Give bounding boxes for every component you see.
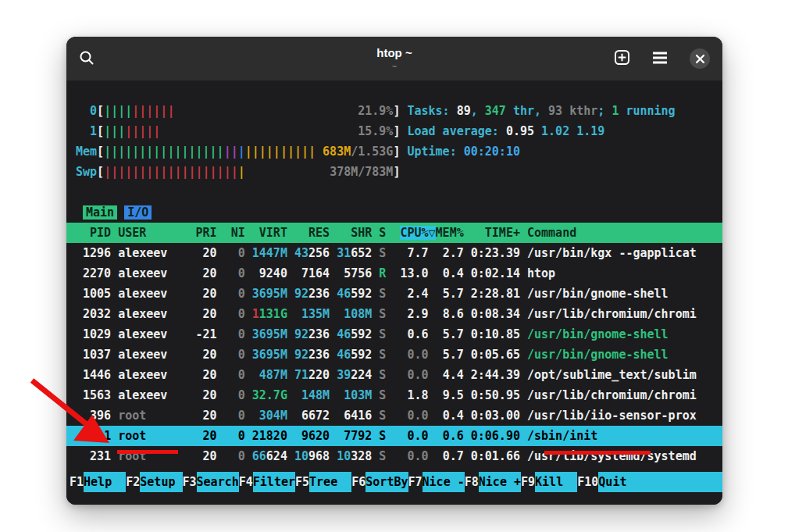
cell-virt: 21820 (252, 429, 287, 443)
cell-cmd: htop (527, 266, 555, 280)
cell-ni: 0 (224, 287, 245, 301)
table-header[interactable]: PID USER PRI NI VIRT RES SHR S CPU%▽MEM%… (66, 223, 722, 243)
column-header-res[interactable]: RES (294, 226, 330, 240)
tab-io[interactable]: I/O (124, 205, 152, 220)
cell-virt: 3695M (252, 327, 287, 341)
fkey-action-search[interactable]: Search (197, 472, 239, 492)
column-header-cmd[interactable]: Command (527, 226, 576, 240)
process-row-1029[interactable]: 1029 alexeev -21 0 3695M 92236 46592 S 0… (66, 324, 722, 345)
process-row-1296[interactable]: 1296 alexeev 20 0 1447M 43256 31652 S 7.… (66, 243, 722, 263)
meter-label: Mem (76, 145, 97, 159)
column-header-user[interactable]: USER (118, 226, 188, 240)
column-header-pri[interactable]: PRI (196, 226, 217, 240)
cell-cmd: /usr/lib/chromium/chromi (527, 307, 697, 321)
meter-label: Swp (76, 165, 97, 179)
fkey-action-kill[interactable]: Kill (535, 472, 577, 492)
cell-cmd: /usr/bin/kgx --gapplicat (527, 246, 697, 260)
search-button[interactable] (76, 47, 98, 71)
cell-ni: 0 (224, 307, 245, 321)
cell-virt: 3695M (252, 348, 287, 362)
meter-bracket-open: [ (97, 124, 104, 138)
process-row-2032[interactable]: 2032 alexeev 20 0 1131G 135M 108M S 2.9 … (66, 304, 722, 324)
cell-res: 71220 (294, 368, 330, 382)
cell-virt: 487M (252, 368, 287, 382)
cell-pri: 20 (196, 388, 217, 402)
fkey-action-filter[interactable]: Filter (253, 472, 295, 492)
fkey-action-nice[interactable]: Nice - (423, 472, 465, 492)
column-header-time[interactable]: TIME+ (471, 226, 520, 240)
cell-shr: 103M (337, 388, 372, 402)
cell-virt: 9240 (252, 266, 287, 280)
meter-value: 15.9% (358, 124, 393, 138)
column-header-ni[interactable]: NI (224, 226, 245, 240)
cell-pri: 20 (196, 287, 217, 301)
menu-button[interactable] (649, 48, 671, 70)
process-row-1005[interactable]: 1005 alexeev 20 0 3695M 92236 46592 S 2.… (66, 284, 722, 304)
meter-bars: |||||||||||||||||||||||||||||| (104, 145, 316, 159)
cell-user: root (118, 429, 188, 443)
process-row-396[interactable]: 396 root 20 0 304M 6672 6416 S 0.0 0.4 0… (66, 405, 722, 426)
close-icon (690, 48, 710, 69)
cell-shr: 46592 (337, 327, 372, 341)
cell-cpu: 0.0 (393, 368, 428, 382)
cell-user: root (118, 409, 188, 423)
process-row-1[interactable]: 1 root 20 0 21820 9620 7792 S 0.0 0.6 0:… (66, 426, 722, 446)
cell-cmd: /opt/sublime_text/sublim (527, 368, 697, 382)
cell-user: root (118, 449, 188, 463)
meter-value: 683M/1.53G (323, 145, 393, 159)
cell-cmd: /usr/bin/gnome-shell (527, 287, 669, 301)
process-row-2270[interactable]: 2270 alexeev 20 0 9240 7164 5756 R 13.0 … (66, 263, 722, 284)
new-tab-button[interactable] (611, 46, 633, 71)
cell-cmd: /usr/bin/gnome-shell (527, 327, 669, 341)
fkey-label-f5: F5 (295, 472, 309, 492)
cell-time: 0:01.66 (471, 449, 520, 463)
cell-shr: 39224 (337, 368, 372, 382)
fkey-action-setup[interactable]: Setup (140, 472, 182, 492)
meter-label: 1 (76, 124, 97, 138)
cell-pri: -21 (196, 327, 217, 341)
fkey-action-tree[interactable]: Tree (309, 472, 351, 492)
cell-cpu: 7.7 (393, 246, 428, 260)
cell-mem: 5.7 (436, 348, 464, 362)
cell-user: alexeev (118, 246, 188, 260)
process-row-1446[interactable]: 1446 alexeev 20 0 487M 71220 39224 S 0.0… (66, 365, 722, 385)
fkey-label-f3: F3 (183, 472, 197, 492)
cell-cpu: 0.0 (393, 348, 428, 362)
fkey-action-help[interactable]: Help (84, 472, 126, 492)
column-header-cpu[interactable]: CPU%▽ (400, 226, 435, 240)
close-button[interactable] (686, 45, 713, 72)
meter-row-0: 0[|||||||||| 21.9%] Tasks: 89, 347 thr, … (66, 101, 722, 121)
column-header-shr[interactable]: SHR (337, 226, 372, 240)
cell-shr: 6416 (337, 409, 372, 423)
cell-shr: 108M (337, 307, 372, 321)
uptime-info: Uptime: 00:20:10 (407, 145, 520, 159)
cell-cpu: 13.0 (393, 266, 428, 280)
function-key-bar: F1Help F2Setup F3SearchF4FilterF5Tree F6… (66, 472, 722, 492)
fkey-action-quit[interactable]: Quit (598, 472, 722, 492)
meter-row-mem: Mem[|||||||||||||||||||||||||||||| 683M/… (66, 141, 722, 162)
process-row-1563[interactable]: 1563 alexeev 20 0 32.7G 148M 103M S 1.8 … (66, 385, 722, 405)
cell-virt: 32.7G (252, 388, 287, 402)
column-header-mem[interactable]: MEM% (436, 226, 464, 240)
cell-cpu: 0.0 (393, 409, 428, 423)
process-row-1037[interactable]: 1037 alexeev 20 0 3695M 92236 46592 S 0.… (66, 345, 722, 365)
column-header-virt[interactable]: VIRT (252, 226, 287, 240)
cell-pri: 20 (196, 449, 217, 463)
cell-virt: 3695M (252, 287, 287, 301)
fkey-label-f7: F7 (408, 472, 423, 492)
tab-main[interactable]: Main (83, 205, 117, 220)
cell-pri: 20 (196, 368, 217, 382)
meter-value: 378M/783M (330, 165, 393, 179)
fkey-action-sortby[interactable]: SortBy (365, 472, 408, 492)
column-header-pid[interactable]: PID (76, 226, 111, 240)
fkey-action-nice[interactable]: Nice + (479, 472, 521, 492)
cell-pri: 20 (196, 429, 217, 443)
cell-res: 6672 (294, 409, 330, 423)
cell-ni: 0 (224, 429, 245, 443)
cell-ni: 0 (224, 348, 245, 362)
cell-res: 43256 (294, 246, 330, 260)
cell-pid: 396 (76, 409, 111, 423)
process-row-231[interactable]: 231 root 20 0 66624 10968 10328 S 0.0 0.… (66, 446, 722, 466)
cell-ni: 0 (224, 388, 245, 402)
cell-user: alexeev (118, 307, 188, 321)
